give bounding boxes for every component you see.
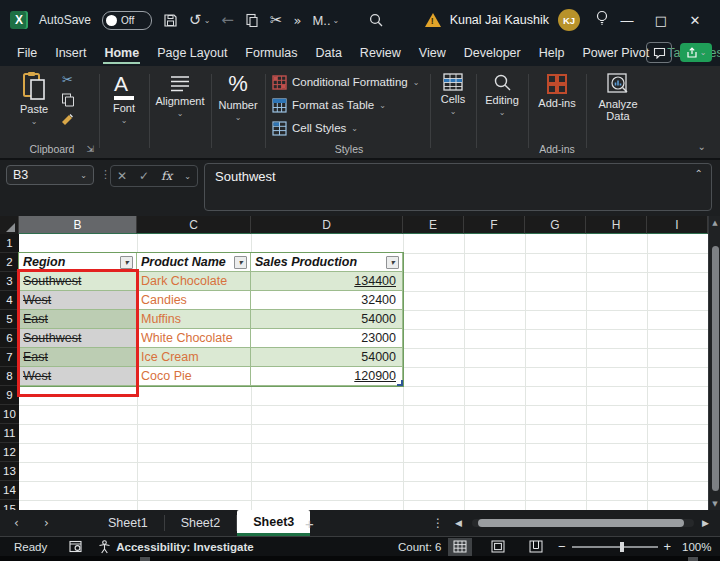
autosave-toggle[interactable]: Off xyxy=(102,11,152,30)
formula-input[interactable]: Southwest ⌃ xyxy=(204,163,712,211)
cell-region[interactable]: Southwest xyxy=(19,272,137,291)
normal-view-button[interactable] xyxy=(448,538,472,556)
minimize-button[interactable]: — xyxy=(610,0,644,40)
column-header-F[interactable]: F xyxy=(464,216,525,234)
cell-product[interactable]: Candies xyxy=(137,291,251,310)
alignment-button[interactable]: Alignment ⌄ xyxy=(153,75,207,118)
column-header-H[interactable]: H xyxy=(586,216,647,234)
ribbon-tab-data[interactable]: Data xyxy=(306,41,350,65)
sheet-nav-right-icon[interactable]: › xyxy=(44,510,49,536)
ribbon-tab-formulas[interactable]: Formulas xyxy=(236,41,306,65)
cell-sales[interactable]: 134400 xyxy=(251,272,403,291)
dialog-launcher-icon[interactable]: ⇲ xyxy=(86,144,94,154)
data-table[interactable]: Region▾Product Name▾Sales Production▾Sou… xyxy=(19,253,403,386)
row-header-11[interactable]: 11 xyxy=(0,424,19,443)
column-header-B[interactable]: B xyxy=(19,216,137,234)
row-header-9[interactable]: 9 xyxy=(0,386,19,405)
column-header-D[interactable]: D xyxy=(251,216,403,234)
collapse-formula-bar-icon[interactable]: ⌃ xyxy=(695,168,703,179)
column-header-G[interactable]: G xyxy=(525,216,586,234)
ribbon-tab-review[interactable]: Review xyxy=(351,41,410,65)
ribbon-tab-home[interactable]: Home xyxy=(95,41,148,65)
ideas-button[interactable] xyxy=(594,9,610,31)
sheet-nav-left-icon[interactable]: ‹ xyxy=(14,510,19,536)
column-header-I[interactable]: I xyxy=(647,216,708,234)
ribbon-tab-file[interactable]: File xyxy=(8,41,46,65)
horizontal-scrollbar[interactable] xyxy=(472,519,694,527)
row-header-2[interactable]: 2 xyxy=(0,253,19,272)
cell-sales[interactable]: 32400 xyxy=(251,291,403,310)
filter-dropdown-icon[interactable]: ▾ xyxy=(120,256,133,269)
filter-dropdown-icon[interactable]: ▾ xyxy=(234,256,247,269)
editing-button[interactable]: Editing ⌄ xyxy=(479,73,525,117)
row-header-7[interactable]: 7 xyxy=(0,348,19,367)
macro-record-button[interactable] xyxy=(69,540,82,553)
collapse-ribbon-chevron-icon[interactable]: ⌄ xyxy=(698,141,706,152)
cell-product[interactable]: Ice Cream xyxy=(137,348,251,367)
cell-styles-button[interactable]: Cell Styles ⌄ xyxy=(272,117,358,139)
row-header-13[interactable]: 13 xyxy=(0,462,19,481)
font-button[interactable]: A Font ⌄ xyxy=(105,73,143,125)
cell-region[interactable]: West xyxy=(19,291,137,310)
number-button[interactable]: % Number ⌄ xyxy=(215,71,261,122)
new-sheet-button[interactable]: + xyxy=(305,510,314,536)
cell-product[interactable]: Muffins xyxy=(137,310,251,329)
row-header-14[interactable]: 14 xyxy=(0,481,19,500)
ribbon-tab-insert[interactable]: Insert xyxy=(46,41,95,65)
row-header-6[interactable]: 6 xyxy=(0,329,19,348)
cell-region[interactable]: East xyxy=(19,310,137,329)
row-header-1[interactable]: 1 xyxy=(0,234,19,253)
spreadsheet-grid[interactable]: BCDEFGHI 123456789101112131415 Region▾Pr… xyxy=(0,216,720,510)
cut-icon[interactable]: ✂ xyxy=(62,72,73,87)
vertical-scroll-thumb[interactable] xyxy=(712,246,719,491)
format-as-table-button[interactable]: Format as Table ⌄ xyxy=(272,94,386,116)
ribbon-tab-view[interactable]: View xyxy=(410,41,455,65)
hscroll-right-icon[interactable]: ▶ xyxy=(702,510,709,536)
select-all-corner[interactable] xyxy=(0,216,19,234)
confirm-entry-icon[interactable]: ✓ xyxy=(139,169,149,183)
maximize-button[interactable]: □ xyxy=(644,0,678,40)
comments-button[interactable] xyxy=(646,42,672,63)
copy-icon[interactable] xyxy=(61,93,75,107)
horizontal-scroll-thumb[interactable] xyxy=(478,519,684,527)
column-header-E[interactable]: E xyxy=(403,216,464,234)
cell-sales[interactable]: 54000 xyxy=(251,310,403,329)
warning-icon[interactable]: ! xyxy=(425,13,441,27)
zoom-slider[interactable] xyxy=(572,546,658,548)
zoom-slider-thumb[interactable] xyxy=(620,542,624,552)
page-layout-view-button[interactable] xyxy=(486,538,510,556)
row-header-5[interactable]: 5 xyxy=(0,310,19,329)
scroll-down-icon[interactable]: ▼ xyxy=(709,497,720,510)
zoom-level[interactable]: 100% xyxy=(682,541,711,553)
cut-button[interactable]: ✂ xyxy=(270,13,283,28)
conditional-formatting-button[interactable]: Conditional Formatting ⌄ xyxy=(272,71,419,93)
share-button[interactable]: ⌄ xyxy=(680,43,712,62)
cell-product[interactable]: White Chocolate xyxy=(137,329,251,348)
cells-button[interactable]: Cells ⌄ xyxy=(433,73,473,116)
back-button[interactable]: ← xyxy=(221,13,234,28)
cell-sales[interactable]: 23000 xyxy=(251,329,403,348)
cell-sales[interactable]: 54000 xyxy=(251,348,403,367)
ribbon-tab-help[interactable]: Help xyxy=(530,41,574,65)
format-painter-icon[interactable] xyxy=(60,113,75,128)
row-header-8[interactable]: 8 xyxy=(0,367,19,386)
cell-product[interactable]: Dark Chocolate xyxy=(137,272,251,291)
ribbon-tab-page-layout[interactable]: Page Layout xyxy=(148,41,236,65)
copy-button[interactable] xyxy=(245,13,259,28)
avatar[interactable]: KJ xyxy=(558,9,580,31)
save-button[interactable] xyxy=(163,13,178,28)
row-header-3[interactable]: 3 xyxy=(0,272,19,291)
close-button[interactable]: ✕ xyxy=(678,0,712,40)
ribbon-tab-developer[interactable]: Developer xyxy=(455,41,530,65)
name-box[interactable]: B3 ⌄ xyxy=(6,165,94,185)
sheet-tab-sheet2[interactable]: Sheet2 xyxy=(165,510,237,536)
cell-region[interactable]: East xyxy=(19,348,137,367)
user-name[interactable]: Kunal Jai Kaushik xyxy=(450,13,549,27)
analyze-data-button[interactable]: AnalyzeData xyxy=(592,72,644,122)
scroll-up-icon[interactable]: ▲ xyxy=(709,216,720,229)
row-header-10[interactable]: 10 xyxy=(0,405,19,424)
zoom-out-button[interactable]: − xyxy=(558,539,566,554)
toolbar-overflow-button[interactable]: » xyxy=(293,13,301,28)
table-resize-handle-icon[interactable] xyxy=(397,380,403,386)
table-header-sales-production[interactable]: Sales Production▾ xyxy=(251,253,403,272)
